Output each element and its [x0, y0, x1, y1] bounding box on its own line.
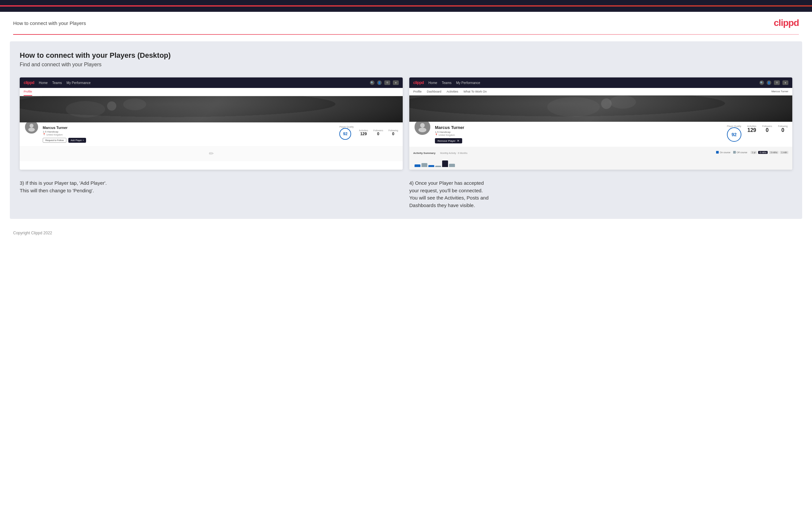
stats-2: Player Quality 92 Activities 129 Followe…	[727, 125, 788, 142]
filter-1yr[interactable]: 1 yr	[751, 151, 757, 154]
user-label-2: Marcus Turner	[771, 88, 789, 95]
profile-details-2: Marcus Turner 1-5 Handicap 📍 United King…	[435, 125, 723, 144]
activities-stat-2: Activities 129	[747, 125, 757, 133]
description-1: 3) If this is your Player tap, 'Add Play…	[20, 179, 403, 209]
filter-1mth[interactable]: 1 mth	[780, 151, 789, 154]
following-stat-2: Following 0	[778, 125, 788, 133]
profile-name-1: Marcus Turner	[43, 126, 336, 130]
nav-home-1[interactable]: Home	[39, 81, 48, 84]
activity-header: Activity Summary Monthly Activity · 6 Mo…	[413, 149, 789, 155]
header: How to connect with your Players clippd	[0, 12, 812, 34]
tab-group-2: Profile Dashboard Activities What To Wor…	[413, 88, 487, 95]
tab-profile-2[interactable]: Profile	[413, 88, 422, 95]
descriptions-row: 3) If this is your Player tap, 'Add Play…	[20, 179, 792, 209]
tab-dashboard-2[interactable]: Dashboard	[427, 88, 442, 95]
bar-4	[435, 166, 441, 167]
hero-graphic-2	[409, 96, 792, 122]
svg-point-2	[107, 101, 116, 111]
svg-point-8	[420, 123, 425, 128]
screenshot-bottom-1: ✏	[20, 146, 403, 161]
activity-controls: On course Off course 1 yr 6 mths 3 mths	[716, 151, 789, 154]
nav-icons-2: 🔍 👤 ⚙ ▼	[759, 80, 789, 85]
svg-point-1	[123, 99, 146, 110]
nav-teams-2[interactable]: Teams	[442, 81, 451, 84]
screenshot-2: clippd Home Teams My Performance 🔍 👤 ⚙ ▼…	[409, 77, 792, 170]
profile-handicap-1: 1-5 Handicap	[43, 130, 336, 133]
user-icon-1[interactable]: 👤	[377, 80, 382, 85]
profile-info-2: Marcus Turner 1-5 Handicap 📍 United King…	[409, 122, 792, 147]
filter-6mths[interactable]: 6 mths	[758, 151, 768, 154]
app-tabs-1: Profile	[20, 88, 403, 96]
account-icon-1[interactable]: ▼	[393, 80, 399, 85]
remove-player-area: Remove Player ✕	[435, 138, 723, 144]
chart-area	[413, 157, 789, 167]
followers-stat-1: Followers 0	[373, 129, 383, 136]
nav-myperformance-1[interactable]: My Performance	[66, 81, 90, 84]
screenshots-row: clippd Home Teams My Performance 🔍 👤 ⚙ ▼…	[20, 77, 792, 170]
app-logo-2: clippd	[413, 80, 424, 85]
tab-what-to-work-on-2[interactable]: What To Work On	[463, 88, 487, 95]
filter-3mths[interactable]: 3 mths	[769, 151, 778, 154]
tab-profile-1[interactable]: Profile	[23, 88, 32, 96]
copyright-text: Copyright Clippd 2022	[13, 231, 52, 235]
app-navbar-1: clippd Home Teams My Performance 🔍 👤 ⚙ ▼	[20, 77, 403, 88]
svg-point-9	[418, 128, 426, 132]
search-icon-2[interactable]: 🔍	[759, 80, 764, 85]
svg-point-5	[547, 97, 600, 117]
activity-filters: 1 yr 6 mths 3 mths 1 mth	[751, 151, 789, 154]
settings-icon-1[interactable]: ⚙	[384, 80, 390, 85]
nav-teams-1[interactable]: Teams	[52, 81, 62, 84]
activity-labels: Activity Summary Monthly Activity · 6 Mo…	[413, 149, 467, 155]
profile-location-1: 📍 United Kingdom	[43, 133, 336, 136]
activity-summary-label: Activity Summary	[413, 152, 436, 155]
profile-location-2: 📍 United Kingdom	[435, 133, 723, 136]
profile-handicap-2: 1-5 Handicap	[435, 130, 723, 133]
app-navbar-2: clippd Home Teams My Performance 🔍 👤 ⚙ ▼	[409, 77, 792, 88]
app-logo-1: clippd	[23, 80, 34, 85]
bar-2	[421, 163, 427, 167]
remove-x-icon: ✕	[457, 139, 460, 143]
avatar-icon-2	[417, 121, 428, 132]
hero-graphic-1	[20, 96, 403, 122]
nav-myperformance-2[interactable]: My Performance	[456, 81, 480, 84]
user-icon-2[interactable]: 👤	[767, 80, 771, 85]
footer: Copyright Clippd 2022	[0, 225, 812, 240]
svg-point-4	[28, 128, 35, 131]
stats-1: Player Quality 92 Activities 129 Followe…	[339, 126, 398, 140]
quality-circle-2: 92	[727, 127, 742, 142]
location-pin-icon-2: 📍	[435, 133, 438, 136]
add-player-button[interactable]: Add Player +	[68, 138, 86, 143]
description-text-2: 4) Once your Player has acceptedyour req…	[409, 179, 792, 209]
account-icon-2[interactable]: ▼	[782, 80, 789, 85]
request-follow-button[interactable]: Request to Follow	[43, 138, 66, 143]
activity-summary: Activity Summary Monthly Activity · 6 Mo…	[409, 147, 792, 170]
search-icon-1[interactable]: 🔍	[370, 80, 374, 85]
screenshot-1: clippd Home Teams My Performance 🔍 👤 ⚙ ▼…	[20, 77, 403, 170]
nav-icons-1: 🔍 👤 ⚙ ▼	[370, 80, 399, 85]
clippd-logo: clippd	[774, 18, 799, 28]
nav-home-2[interactable]: Home	[428, 81, 437, 84]
profile-row-2: Marcus Turner 1-5 Handicap 📍 United King…	[414, 125, 788, 144]
app-tabs-2: Profile Dashboard Activities What To Wor…	[409, 88, 792, 96]
pencil-icon: ✏	[209, 150, 214, 157]
profile-actions-1: Request to Follow Add Player +	[43, 138, 336, 143]
player-quality-stat-2: Player Quality 92	[727, 125, 742, 142]
tab-activities-2[interactable]: Activities	[447, 88, 459, 95]
profile-hero-1	[20, 96, 403, 122]
page-title: How to connect with your Players	[13, 20, 86, 26]
description-2: 4) Once your Player has acceptedyour req…	[409, 179, 792, 209]
location-pin-icon-1: 📍	[43, 133, 46, 136]
quality-circle-1: 92	[339, 128, 351, 140]
main-title: How to connect with your Players (Deskto…	[20, 51, 792, 60]
settings-icon-2[interactable]: ⚙	[774, 80, 780, 85]
activities-stat-1: Activities 129	[359, 129, 368, 136]
bar-5	[442, 161, 448, 167]
bar-1	[414, 164, 420, 167]
legend-oncourse: On course	[716, 151, 730, 154]
activity-legend: On course Off course	[716, 151, 747, 154]
followers-stat-2: Followers 0	[762, 125, 772, 133]
remove-player-button[interactable]: Remove Player ✕	[435, 138, 462, 144]
profile-hero-2	[409, 96, 792, 122]
top-bar	[0, 0, 812, 12]
following-stat-1: Following 0	[388, 129, 398, 136]
